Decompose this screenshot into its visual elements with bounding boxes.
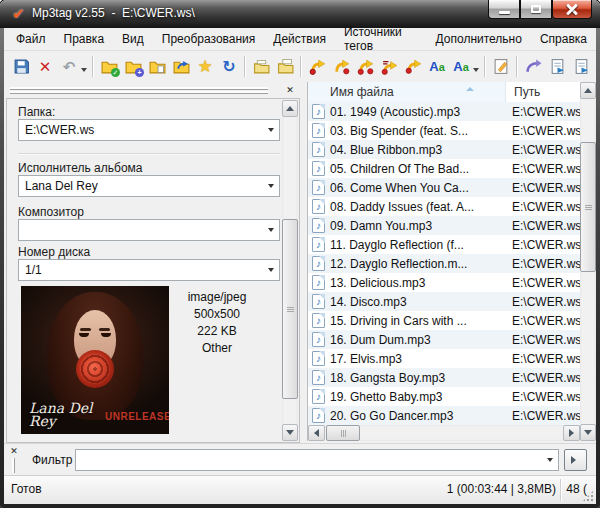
case-conversion-button[interactable]: Aa [425,55,449,79]
filter-apply-button[interactable] [564,449,587,471]
scroll-thumb[interactable] [326,425,360,441]
table-row[interactable]: ♪ 04. Blue Ribbon.mp3 E:\CWER.ws\ [308,140,580,159]
tag-copy-button[interactable] [249,55,273,79]
menu-actions[interactable]: Действия [264,29,335,49]
mp3tag-window: ✔ Mp3tag v2.55 - E:\CWER.ws\ Файл Правка… [0,0,600,508]
table-row[interactable]: ♪ 20. Go Go Dancer.mp3 E:\CWER.ws\ [308,406,580,425]
chevron-down-icon[interactable] [268,184,274,191]
undo-dropdown-caret-icon[interactable] [81,68,87,75]
maximize-button[interactable] [520,0,552,19]
table-row[interactable]: ♪ 18. Gangsta Boy.mp3 E:\CWER.ws\ [308,368,580,387]
chevron-down-icon[interactable] [268,268,274,275]
change-directory-button[interactable]: ✓ [97,55,121,79]
cover-size: 222 KB [169,323,265,340]
file-name-cell: 17. Elvis.mp3 [330,352,504,366]
case-Aa-icon: Aa [429,59,445,74]
menu-view[interactable]: Вид [113,29,153,49]
menu-convert[interactable]: Преобразования [153,29,265,49]
table-row[interactable]: ♪ 11. Dayglo Reflection (f... E:\CWER.ws… [308,235,580,254]
actions-Aa-icon: Aa [453,59,469,74]
disc-number-combobox[interactable]: 1/1 [18,259,280,281]
table-row[interactable]: ♪ 06. Come When You Ca... E:\CWER.ws\ [308,178,580,197]
scroll-right-button[interactable] [563,425,580,441]
favorites-button[interactable]: ★ [193,55,217,79]
column-header-path[interactable]: Путь [506,82,580,102]
folder-refresh-button[interactable] [169,55,193,79]
menu-edit[interactable]: Правка [55,29,114,49]
filter-close-icon[interactable]: ✕ [8,445,20,457]
tag-paste-button[interactable] [273,55,297,79]
playlist-export-button[interactable] [545,55,569,79]
menu-help[interactable]: Справка [531,29,596,49]
convert-tag-to-tag-button[interactable] [377,55,401,79]
table-row[interactable]: ♪ 08. Daddy Issues (feat. A... E:\CWER.w… [308,197,580,216]
album-artist-combobox[interactable]: Lana Del Rey [18,175,280,197]
scroll-thumb[interactable] [282,219,298,399]
convert-filename-to-filename-button[interactable] [353,55,377,79]
music-file-icon: ♪ [312,408,325,423]
scroll-down-button[interactable] [580,424,596,441]
refresh-button[interactable]: ↻ [217,55,241,79]
status-ready: Готов [11,482,42,496]
column-header-filename[interactable]: Имя файла [308,82,506,102]
table-row[interactable]: ♪ 12. Dayglo Reflection.m... E:\CWER.ws\ [308,254,580,273]
chevron-down-icon[interactable] [268,228,274,235]
file-path-cell: E:\CWER.ws\ [512,314,585,328]
file-name-cell: 15. Driving in Cars with ... [330,314,504,328]
folder-export-button[interactable] [145,55,169,79]
table-row[interactable]: ♪ 16. Dum Dum.mp3 E:\CWER.ws\ [308,330,580,349]
file-name-cell: 13. Delicious.mp3 [330,276,504,290]
table-row[interactable]: ♪ 01. 1949 (Acoustic).mp3 E:\CWER.ws\ [308,102,580,121]
table-row[interactable]: ♪ 17. Elvis.mp3 E:\CWER.ws\ [308,349,580,368]
edit-tag-button[interactable] [489,55,513,79]
convert-tag-to-filename-button[interactable] [305,55,329,79]
table-row[interactable]: ♪ 14. Disco.mp3 E:\CWER.ws\ [308,292,580,311]
chevron-down-icon[interactable] [268,128,274,135]
album-artist-label: Исполнитель альбома [18,161,143,175]
scroll-down-button[interactable] [282,424,298,441]
file-list: Имя файла Путь ♪ 01. 1949 (Acoustic).mp3… [307,82,596,441]
table-row[interactable]: ♪ 19. Ghetto Baby.mp3 E:\CWER.ws\ [308,387,580,406]
scroll-thumb[interactable] [580,142,596,272]
minimize-button[interactable] [488,0,520,19]
table-row[interactable]: ♪ 05. Children Of The Bad... E:\CWER.ws\ [308,159,580,178]
undo-button[interactable]: ↶ [57,55,81,79]
menu-file[interactable]: Файл [7,29,55,49]
playlist-export-all-button[interactable] [569,55,593,79]
status-selection-info: 1 (00:03:44 | 3,8MB) [447,482,556,496]
triangle-up-icon [584,84,592,93]
chevron-down-icon[interactable] [547,458,553,465]
actions-button[interactable]: Aa [449,55,473,79]
file-path-cell: E:\CWER.ws\ [512,143,585,157]
table-row[interactable]: ♪ 03. Big Spender (feat. S... E:\CWER.ws… [308,121,580,140]
add-directory-button[interactable]: + [121,55,145,79]
triangle-right-icon [571,456,580,464]
file-name-cell: 14. Disco.mp3 [330,295,504,309]
tag-panel-close-icon[interactable]: ✕ [284,84,296,96]
panel-grip-handle[interactable] [10,91,268,94]
filter-combobox[interactable] [75,449,559,471]
close-button[interactable] [552,0,592,19]
convert-filename-to-tag-button[interactable] [329,55,353,79]
filter-grip-handle[interactable] [12,458,15,473]
convert-arrow-icon [309,58,326,75]
table-row[interactable]: ♪ 13. Delicious.mp3 E:\CWER.ws\ [308,273,580,292]
actions-dropdown-caret-icon[interactable] [473,68,479,75]
panel-grip-handle[interactable] [10,87,268,90]
scroll-up-button[interactable] [282,100,298,117]
title-bar[interactable]: ✔ Mp3tag v2.55 - E:\CWER.ws\ [0,0,600,28]
convert-text-file-to-tag-button[interactable] [401,55,425,79]
scroll-up-button[interactable] [580,82,596,99]
composer-combobox[interactable] [18,219,280,241]
table-row[interactable]: ♪ 09. Damn You.mp3 E:\CWER.ws\ [308,216,580,235]
column-header-filename-label: Имя файла [330,85,394,99]
folder-combobox[interactable]: E:\CWER.ws [18,119,280,141]
remove-tag-button[interactable]: ✕ [33,55,57,79]
menu-tools[interactable]: Дополнительно [427,29,531,49]
album-cover-art[interactable]: Lana Del Rey UNRELEASED [21,286,169,434]
web-sources-button[interactable] [521,55,545,79]
music-file-icon: ♪ [312,199,325,214]
save-tag-button[interactable] [9,55,33,79]
scroll-left-button[interactable] [308,425,325,441]
table-row[interactable]: ♪ 15. Driving in Cars with ... E:\CWER.w… [308,311,580,330]
